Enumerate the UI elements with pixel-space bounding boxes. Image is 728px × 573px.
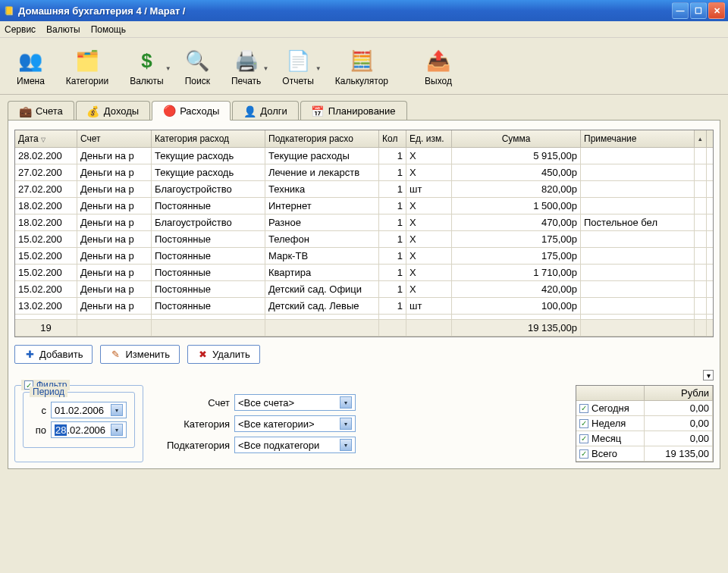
chevron-down-icon[interactable]: ▾ (340, 439, 352, 451)
tab-expenses[interactable]: 🔴 Расходы (152, 101, 231, 121)
cell (581, 248, 695, 264)
cell: 450,00р (452, 164, 581, 180)
table-row[interactable] (15, 315, 713, 320)
period-checkbox[interactable]: ✓ (579, 404, 588, 413)
cell (695, 198, 707, 214)
names-button[interactable]: 👥 Имена (6, 45, 55, 89)
cell (695, 281, 707, 297)
col-qty[interactable]: Кол (379, 130, 406, 147)
print-button[interactable]: 🖨️ Печать ▼ (221, 45, 271, 89)
search-icon: 🔍 (185, 49, 209, 73)
search-button[interactable]: 🔍 Поиск (174, 45, 221, 89)
minimize-button[interactable]: — (672, 2, 689, 19)
table-row[interactable]: 15.02.200Деньги на рПостоянныеМарк-ТВ1Х1… (15, 248, 713, 265)
currencies-button[interactable]: $ Валюты ▼ (119, 45, 174, 89)
btn-label: Изменить (125, 349, 170, 360)
categories-button[interactable]: 🗂️ Категории (55, 45, 119, 89)
col-subcategory[interactable]: Подкатегория расхо (265, 130, 379, 147)
table-row[interactable]: 15.02.200Деньги на рПостоянныеКвартира1Х… (15, 265, 713, 281)
table-row[interactable]: 15.02.200Деньги на рПостоянныеДетский са… (15, 281, 713, 298)
calculator-button[interactable]: 🧮 Калькулятор (325, 45, 399, 89)
exit-icon: 📤 (426, 49, 450, 73)
menu-help[interactable]: Помощь (91, 24, 126, 35)
cell: 1 (379, 148, 406, 164)
to-date-input[interactable]: 28.02.2006 ▾ (51, 421, 127, 438)
cell (581, 231, 695, 247)
collapse-button[interactable]: ▾ (703, 370, 714, 380)
period-checkbox[interactable]: ✓ (579, 449, 588, 459)
tab-debts[interactable]: 👤 Долги (232, 101, 298, 121)
chevron-down-icon[interactable]: ▾ (111, 424, 123, 436)
category-filter-combo[interactable]: <Все категории> ▾ (234, 415, 356, 432)
close-button[interactable]: ✕ (708, 2, 725, 19)
tab-label: Доходы (104, 105, 139, 117)
chevron-down-icon[interactable]: ▾ (340, 418, 352, 430)
col-account[interactable]: Счет (77, 130, 152, 147)
action-row: ✚ Добавить ✎ Изменить ✖ Удалить (14, 345, 714, 364)
from-date-input[interactable]: 01.02.2006 ▾ (51, 402, 127, 418)
exit-button[interactable]: 📤 Выход (414, 45, 463, 89)
cell: Деньги на р (77, 265, 152, 280)
calculator-icon: 🧮 (350, 49, 374, 73)
maximize-button[interactable]: ☐ (690, 2, 707, 19)
chevron-down-icon: ▼ (262, 65, 268, 72)
cell: 13.02.200 (15, 298, 77, 314)
add-button[interactable]: ✚ Добавить (14, 345, 93, 364)
col-note[interactable]: Примечание (581, 130, 695, 147)
period-checkbox[interactable]: ✓ (579, 434, 588, 443)
edit-button[interactable]: ✎ Изменить (100, 345, 180, 364)
cell: Деньги на р (77, 214, 152, 230)
cell: Х (406, 164, 452, 180)
reports-icon: 📄 (286, 49, 310, 73)
btn-label: Удалить (212, 349, 250, 360)
delete-button[interactable]: ✖ Удалить (187, 345, 260, 364)
tab-strip: 💼 Счета 💰 Доходы 🔴 Расходы 👤 Долги 📅 Пла… (0, 95, 728, 121)
cell: Постоянные (152, 198, 265, 214)
col-unit[interactable]: Ед. изм. (406, 130, 452, 147)
scroll-up-button[interactable]: ▴ (695, 130, 707, 147)
table-row[interactable]: 18.02.200Деньги на рПостоянныеИнтернет1Х… (15, 198, 713, 214)
table-row[interactable]: 28.02.200Деньги на рТекущие расходьТекущ… (15, 148, 713, 164)
reports-button[interactable]: 📄 Отчеты ▼ (271, 45, 324, 89)
cell: 15.02.200 (15, 281, 77, 297)
tool-label: Имена (17, 76, 45, 86)
period-title-label: Период (30, 387, 67, 397)
cell: 27.02.200 (15, 164, 77, 180)
period-checkbox[interactable]: ✓ (579, 419, 588, 428)
filter-group: ✓ Фильтр Период с 01.02.2006 ▾ по 28.02.… (14, 385, 143, 462)
tab-income[interactable]: 💰 Доходы (76, 101, 150, 121)
cell: 1 (379, 248, 406, 264)
table-row[interactable]: 15.02.200Деньги на рПостоянныеТелефон1Х1… (15, 231, 713, 248)
menu-service[interactable]: Сервис (5, 24, 36, 35)
subcategory-filter-combo[interactable]: <Все подкатегори ▾ (234, 437, 356, 453)
table-row[interactable]: 27.02.200Деньги на рТекущие расходьЛечен… (15, 164, 713, 181)
cell: 420,00р (452, 281, 581, 297)
col-sum[interactable]: Сумма (452, 130, 581, 147)
cell: Детский сад. Левые (265, 298, 379, 314)
cell (581, 148, 695, 164)
table-row[interactable]: 18.02.200Деньги на рБлагоустройствоРазно… (15, 214, 713, 231)
cell: Квартира (265, 265, 379, 280)
cell: Благоустройство (152, 181, 265, 197)
tab-label: Счета (36, 105, 63, 117)
menu-currencies[interactable]: Валюты (46, 24, 80, 35)
category-filter-label: Категория (154, 418, 230, 430)
col-date[interactable]: Дата ▽ (15, 130, 77, 147)
table-row[interactable]: 27.02.200Деньги на рБлагоустройствоТехни… (15, 181, 713, 198)
cell: 1 500,00р (452, 198, 581, 214)
cell: Интернет (265, 198, 379, 214)
account-filter-combo[interactable]: <Все счета> ▾ (234, 394, 356, 411)
chevron-down-icon[interactable]: ▾ (111, 404, 123, 416)
cell: Х (406, 231, 452, 247)
cell (695, 231, 707, 247)
table-row[interactable]: 13.02.200Деньги на рПостоянныеДетский са… (15, 298, 713, 315)
col-category[interactable]: Категория расход (152, 130, 265, 147)
tab-accounts[interactable]: 💼 Счета (8, 101, 74, 121)
chevron-down-icon[interactable]: ▾ (340, 396, 352, 409)
cell: 1 (379, 281, 406, 297)
window-title: Домашняя бухгалтерия 4 / Марат / (18, 5, 672, 17)
print-icon: 🖨️ (234, 49, 259, 73)
tab-planning[interactable]: 📅 Планирование (300, 101, 407, 121)
cell: 28.02.200 (15, 148, 77, 164)
summary-total: 19 135,00р (452, 320, 581, 336)
